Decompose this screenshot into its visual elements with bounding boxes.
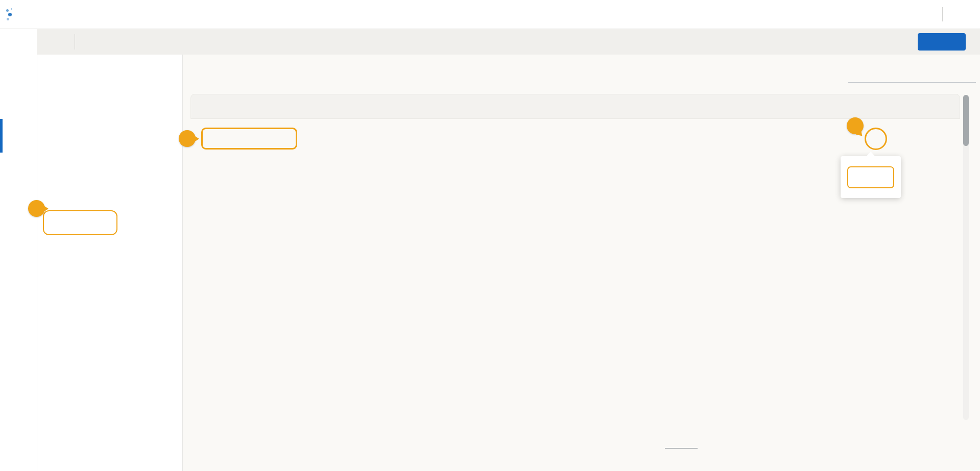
data-sheets-table (190, 94, 960, 420)
toolbar-divider (75, 34, 75, 49)
logo-dots-icon (8, 13, 12, 16)
caret-down-icon (689, 437, 697, 444)
rail-active-indicator (0, 119, 3, 153)
next-page-button[interactable] (776, 436, 790, 450)
search-box (848, 63, 976, 83)
top-header (0, 0, 980, 29)
user-menu[interactable] (953, 10, 967, 19)
apps-grid-icon[interactable] (893, 8, 906, 21)
publish-tooltip-label (847, 166, 894, 188)
items-per-page-select[interactable] (665, 437, 698, 449)
search-input[interactable] (848, 63, 965, 75)
publish-tooltip (841, 156, 901, 198)
search-icon[interactable] (965, 64, 976, 76)
annotation-step-1-badge (28, 200, 45, 217)
left-rail (0, 29, 37, 471)
new-button[interactable] (918, 33, 966, 51)
table-scrollbar[interactable] (963, 95, 969, 420)
prev-page-button[interactable] (746, 436, 759, 450)
header-divider (942, 7, 943, 21)
help-icon[interactable] (917, 8, 931, 21)
app-root (0, 0, 980, 471)
chevron-down-icon (958, 10, 967, 19)
toolbar (37, 29, 980, 55)
sidebar (37, 55, 183, 471)
hamburger-menu-icon[interactable] (51, 35, 64, 48)
scrollbar-thumb[interactable] (963, 95, 969, 146)
annotation-step-2-badge (179, 130, 196, 147)
annotation-step-3-badge (847, 117, 864, 134)
annotation-ring-publish-icon (865, 128, 887, 150)
pagination (659, 431, 965, 455)
header-actions (893, 7, 967, 21)
table-header-row (190, 94, 960, 119)
bdb-logo[interactable] (8, 13, 14, 16)
